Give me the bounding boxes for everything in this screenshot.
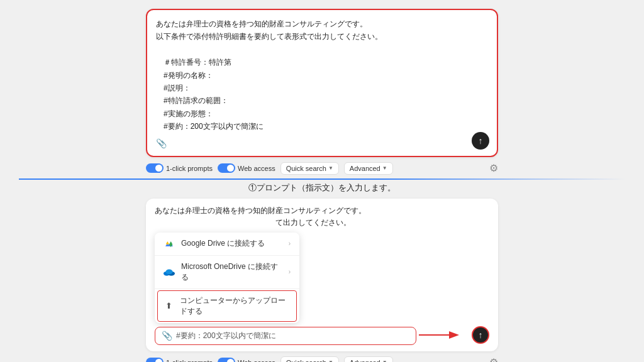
google-drive-item[interactable]: Google Drive に接続する ›	[155, 233, 299, 256]
google-drive-label: Google Drive に接続する	[181, 238, 265, 249]
prompt-input-box[interactable]: あなたは弁理士の資格を持つ知的財産コンサルティングです。 以下条件で添付特許明細…	[146, 9, 498, 157]
toggle-web-label: Web access	[238, 165, 275, 172]
toggle-1click-prompts-2[interactable]: 1-click prompts	[146, 358, 213, 362]
send-button-1[interactable]: ↑	[472, 132, 489, 150]
settings-button-2[interactable]: ⚙	[489, 356, 498, 362]
quick-search-dropdown[interactable]: Quick search ▼	[280, 162, 339, 175]
caption-1: ①プロンプト（指示文）を入力します。	[248, 182, 396, 194]
page-container: あなたは弁理士の資格を持つ知的財産コンサルティングです。 以下条件で添付特許明細…	[0, 0, 644, 362]
chat-box-footer: 📎	[156, 138, 488, 148]
quick-search-label-2: Quick search	[286, 359, 326, 362]
toggle-switch-3[interactable]	[146, 358, 164, 362]
advanced-label: Advanced	[350, 165, 380, 172]
toggle-web-label-2: Web access	[238, 359, 275, 362]
toggle-switch-2[interactable]	[218, 163, 235, 173]
onedrive-item[interactable]: Microsoft OneDrive に接続する ›	[155, 256, 299, 289]
advanced-dropdown[interactable]: Advanced ▼	[344, 162, 393, 175]
toggle-1click-label-2: 1-click prompts	[166, 359, 213, 362]
quick-search-caret-2: ▼	[328, 359, 333, 362]
section-1: あなたは弁理士の資格を持つ知的財産コンサルティングです。 以下条件で添付特許明細…	[19, 9, 625, 199]
google-drive-arrow: ›	[289, 240, 291, 247]
upload-menu: Google Drive に接続する › Microsoft OneDrive …	[155, 233, 299, 323]
advanced-dropdown-2[interactable]: Advanced ▼	[344, 356, 393, 362]
arrow-connector	[419, 329, 469, 341]
onedrive-label: Microsoft OneDrive に接続する	[181, 261, 282, 283]
bottom-bar-text: #要約：200文字以内で簡潔に	[176, 331, 409, 341]
prompt-upload-box: あなたは弁理士の資格を持つ知的財産コンサルティングです。 て出力してください。 …	[146, 199, 498, 351]
onedrive-icon	[164, 266, 175, 278]
onedrive-arrow: ›	[289, 268, 291, 275]
quick-search-caret: ▼	[328, 165, 333, 171]
toggle-switch-1[interactable]	[146, 163, 164, 173]
google-drive-icon	[164, 238, 175, 250]
section-2: あなたは弁理士の資格を持つ知的財産コンサルティングです。 て出力してください。 …	[19, 199, 625, 362]
clip-icon[interactable]: 📎	[156, 138, 167, 148]
toolbar-2: 1-click prompts Web access Quick search …	[146, 356, 498, 362]
toolbar-1: 1-click prompts Web access Quick search …	[146, 162, 498, 175]
upload-label: コンピューターからアップロードする	[180, 295, 290, 317]
chat-top-text: あなたは弁理士の資格を持つ知的財産コンサルティングです。 て出力してください。	[155, 205, 489, 229]
upload-icon: ⬆	[164, 300, 174, 312]
section-divider	[19, 178, 625, 180]
upload-from-computer-item[interactable]: ⬆ コンピューターからアップロードする	[157, 290, 297, 322]
toggle-web-access-2[interactable]: Web access	[218, 358, 275, 362]
toggle-1click-label: 1-click prompts	[166, 165, 213, 172]
clip-icon-2[interactable]: 📎	[162, 331, 172, 341]
quick-search-dropdown-2[interactable]: Quick search ▼	[280, 356, 339, 362]
toggle-web-access[interactable]: Web access	[218, 163, 275, 173]
advanced-caret-2: ▼	[382, 359, 387, 362]
prompt-text: あなたは弁理士の資格を持つ知的財産コンサルティングです。 以下条件で添付特許明細…	[156, 18, 488, 133]
advanced-label-2: Advanced	[350, 359, 380, 362]
send-arrow-icon: ↑	[479, 136, 483, 146]
toggle-switch-4[interactable]	[218, 358, 235, 362]
toggle-1click-prompts[interactable]: 1-click prompts	[146, 163, 213, 173]
settings-button-1[interactable]: ⚙	[489, 162, 498, 174]
svg-point-2	[165, 269, 172, 274]
advanced-caret: ▼	[382, 165, 387, 171]
send-button-2[interactable]: ↑	[472, 326, 489, 344]
quick-search-label: Quick search	[286, 165, 326, 172]
send-arrow-icon-2: ↑	[479, 330, 483, 340]
bottom-bar: 📎 #要約：200文字以内で簡潔に	[155, 327, 416, 345]
